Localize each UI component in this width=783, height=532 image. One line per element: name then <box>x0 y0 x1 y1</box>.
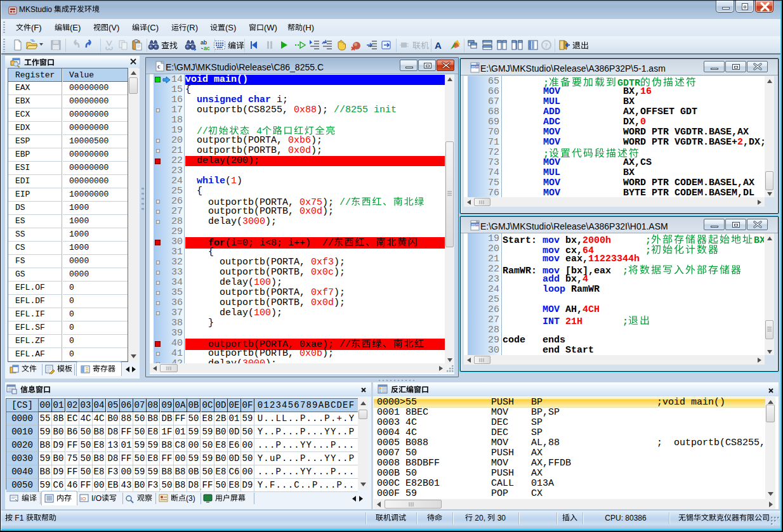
svg-text:A: A <box>435 40 442 51</box>
svg-text:?: ? <box>544 41 548 49</box>
svg-text:c: c <box>157 63 161 70</box>
svg-text:IO: IO <box>81 496 86 502</box>
svg-text:asm: asm <box>471 223 479 227</box>
svg-text:ac: ac <box>204 45 210 51</box>
svg-text:asm: asm <box>471 65 479 69</box>
